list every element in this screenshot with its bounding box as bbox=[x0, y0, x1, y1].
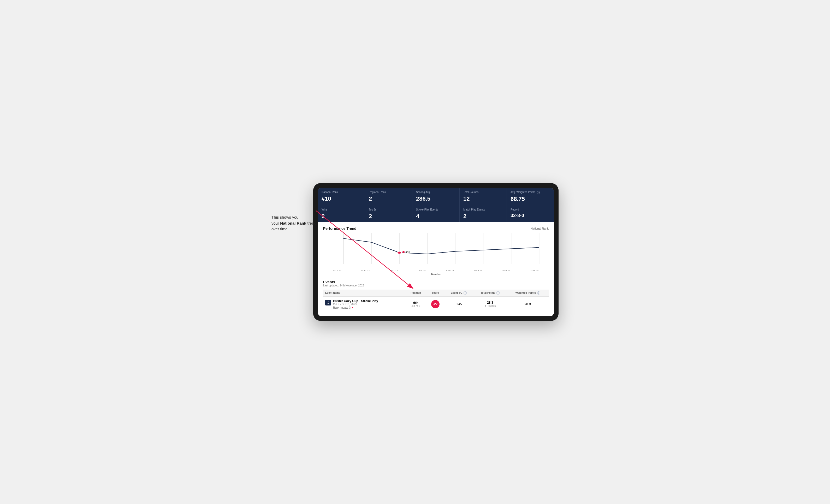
x-label-nov23: NOV 23 bbox=[351, 269, 380, 272]
stat-scoring-avg: Scoring Avg. 286.5 bbox=[412, 188, 459, 205]
svg-point-10 bbox=[397, 251, 402, 254]
stat-wins: Wins 2 bbox=[318, 205, 365, 222]
event-info-cell: Buster Cozy Cup - Stroke Play Oct 9 - Oc… bbox=[323, 296, 405, 312]
annotation-bold: National Rank bbox=[280, 221, 306, 225]
events-section: Events Last updated: 24th November 2023 … bbox=[323, 280, 549, 312]
stat-stroke-play-value: 4 bbox=[416, 213, 456, 220]
stat-top3s: Top 3s 2 bbox=[365, 205, 412, 222]
tablet-screen: National Rank #10 Regional Rank 2 Scorin… bbox=[318, 188, 554, 316]
annotation-line2: your bbox=[272, 221, 280, 225]
trend-chart-svg bbox=[323, 233, 549, 267]
events-table: Event Name Position Score Event SG i Tot… bbox=[323, 290, 549, 312]
x-label-jan24: JAN 24 bbox=[408, 269, 436, 272]
event-position-sub: out of 7 bbox=[408, 305, 424, 308]
chart-container: #10 OCT 23 NOV 23 DEC 23 JAN 24 FEB 24 M… bbox=[323, 233, 549, 276]
stat-stroke-play-events: Stroke Play Events 4 bbox=[412, 205, 459, 222]
data-point-label: #10 bbox=[403, 250, 410, 254]
x-label-may24: MAY 24 bbox=[520, 269, 549, 272]
stat-stroke-play-label: Stroke Play Events bbox=[416, 208, 456, 211]
stat-national-rank-value: #10 bbox=[322, 195, 361, 202]
events-table-head: Event Name Position Score Event SG i Tot… bbox=[323, 290, 549, 297]
data-point-rank: #10 bbox=[406, 250, 410, 254]
chart-area: #10 bbox=[323, 233, 549, 267]
info-icon-total-points: i bbox=[497, 292, 500, 295]
event-sg-cell: 0.45 bbox=[444, 296, 473, 312]
stat-regional-rank: Regional Rank 2 bbox=[365, 188, 412, 205]
events-title: Events bbox=[323, 280, 549, 284]
rank-impact-arrow-icon: ▼ bbox=[351, 306, 354, 309]
event-rank-impact: Rank Impact: 3 ▼ bbox=[333, 306, 378, 309]
event-score-cell: -22 bbox=[426, 296, 444, 312]
stat-regional-rank-value: 2 bbox=[369, 195, 409, 202]
events-table-body: Buster Cozy Cup - Stroke Play Oct 9 - Oc… bbox=[323, 296, 549, 312]
stat-match-play-label: Match Play Events bbox=[463, 208, 503, 211]
stat-record: Record 32-8-0 bbox=[507, 205, 554, 222]
svg-marker-13 bbox=[328, 301, 329, 302]
svg-point-11 bbox=[327, 303, 329, 304]
info-icon-weighted-pts: i bbox=[537, 292, 540, 295]
x-label-mar24: MAR 24 bbox=[464, 269, 492, 272]
tablet-frame: National Rank #10 Regional Rank 2 Scorin… bbox=[313, 183, 558, 321]
total-points-value: 28.3 bbox=[475, 301, 505, 304]
annotation-line1: This shows you bbox=[272, 215, 298, 220]
info-icon-event-sg: i bbox=[464, 292, 467, 295]
stat-total-rounds-label: Total Rounds bbox=[463, 191, 503, 194]
events-table-header-row: Event Name Position Score Event SG i Tot… bbox=[323, 290, 549, 297]
golf-icon bbox=[325, 300, 331, 305]
col-position: Position bbox=[405, 290, 426, 297]
stat-match-play-events: Match Play Events 2 bbox=[459, 205, 507, 222]
col-score: Score bbox=[426, 290, 444, 297]
events-last-updated: Last updated: 24th November 2023 bbox=[323, 284, 549, 287]
stat-top3s-label: Top 3s bbox=[369, 208, 409, 211]
stat-top3s-value: 2 bbox=[369, 213, 409, 220]
total-points-cell: 28.3 3 Rounds bbox=[473, 296, 507, 312]
stat-wins-value: 2 bbox=[322, 213, 361, 220]
table-row: Buster Cozy Cup - Stroke Play Oct 9 - Oc… bbox=[323, 296, 549, 312]
stat-record-label: Record bbox=[511, 208, 550, 211]
outer-container: This shows you your National Rank trend … bbox=[272, 183, 558, 321]
trend-title-row: Performance Trend National Rank bbox=[323, 227, 549, 231]
stat-match-play-value: 2 bbox=[463, 213, 503, 220]
stat-total-rounds-value: 12 bbox=[463, 195, 503, 202]
chart-x-title: Months bbox=[323, 273, 549, 276]
col-event-sg: Event SG i bbox=[444, 290, 473, 297]
stat-scoring-avg-label: Scoring Avg. bbox=[416, 191, 456, 194]
stat-avg-weighted-points-value: 68.75 bbox=[511, 196, 550, 202]
event-position-main: 6th bbox=[408, 301, 424, 305]
event-date: Oct 9 - Oct 10, 2023 bbox=[333, 303, 378, 306]
info-icon-weighted: i bbox=[537, 191, 540, 194]
col-total-points: Total Points i bbox=[473, 290, 507, 297]
stat-scoring-avg-value: 286.5 bbox=[416, 195, 456, 202]
stat-avg-weighted-points-label: Avg. Weighted Points i bbox=[511, 191, 550, 194]
trend-title: Performance Trend bbox=[323, 227, 356, 231]
annotation-text: This shows you your National Rank trend … bbox=[272, 214, 318, 232]
total-points-sub: 3 Rounds bbox=[475, 304, 505, 307]
stats-row-1: National Rank #10 Regional Rank 2 Scorin… bbox=[318, 188, 554, 205]
x-label-dec23: DEC 23 bbox=[380, 269, 408, 272]
stat-total-rounds: Total Rounds 12 bbox=[459, 188, 507, 205]
stat-national-rank: National Rank #10 bbox=[318, 188, 365, 205]
x-label-oct23: OCT 23 bbox=[323, 269, 351, 272]
data-point-dot bbox=[403, 251, 405, 253]
trend-label-right: National Rank bbox=[531, 227, 549, 230]
stat-avg-weighted-points: Avg. Weighted Points i 68.75 bbox=[507, 188, 554, 205]
x-label-apr24: APR 24 bbox=[492, 269, 520, 272]
score-badge: -22 bbox=[431, 300, 440, 308]
x-label-feb24: FEB 24 bbox=[436, 269, 464, 272]
content-area: Performance Trend National Rank bbox=[318, 222, 554, 316]
col-weighted-points: Weighted Points i bbox=[507, 290, 549, 297]
stat-record-value: 32-8-0 bbox=[511, 213, 550, 219]
performance-trend-section: Performance Trend National Rank bbox=[323, 227, 549, 276]
event-position-cell: 6th out of 7 bbox=[405, 296, 426, 312]
event-details: Buster Cozy Cup - Stroke Play Oct 9 - Oc… bbox=[333, 299, 378, 309]
chart-x-labels: OCT 23 NOV 23 DEC 23 JAN 24 FEB 24 MAR 2… bbox=[323, 268, 549, 272]
weighted-points-cell: 28.3 bbox=[507, 296, 549, 312]
stats-row-2: Wins 2 Top 3s 2 Stroke Play Events 4 Mat… bbox=[318, 205, 554, 222]
col-event-name: Event Name bbox=[323, 290, 405, 297]
event-name: Buster Cozy Cup - Stroke Play bbox=[333, 299, 378, 303]
stat-regional-rank-label: Regional Rank bbox=[369, 191, 409, 194]
stat-national-rank-label: National Rank bbox=[322, 191, 361, 194]
stat-wins-label: Wins bbox=[322, 208, 361, 211]
